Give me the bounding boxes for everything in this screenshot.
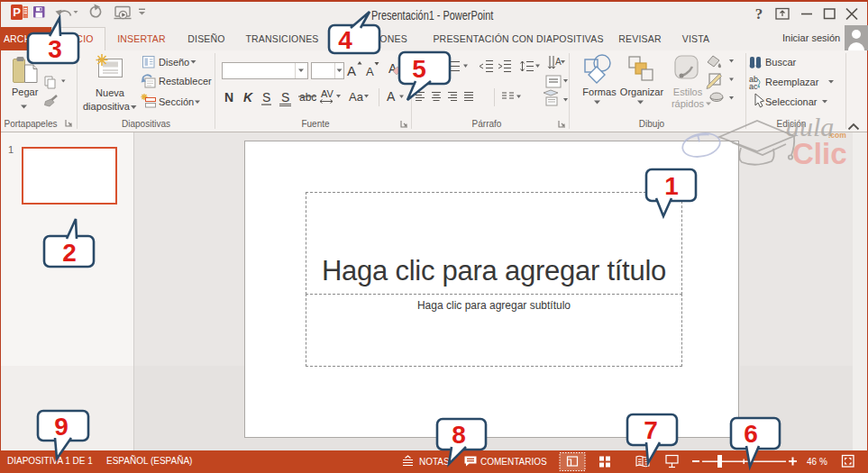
svg-text:Clic: Clic [792,137,847,170]
svg-text:3: 3 [48,35,62,63]
svg-text:8: 8 [452,421,466,449]
svg-text:S: S [262,90,270,105]
svg-text:2: 2 [62,239,77,267]
svg-text:6: 6 [744,420,758,448]
svg-text:S: S [281,90,289,105]
svg-text:abc: abc [299,91,316,104]
svg-text:4: 4 [338,26,352,54]
svg-text:ac: ac [749,82,758,91]
svg-text:A: A [387,89,396,104]
svg-text:K: K [243,90,253,105]
svg-text:?: ? [755,5,763,23]
svg-text:1: 1 [664,172,679,200]
svg-text:A: A [366,65,374,78]
svg-text:Aa: Aa [349,90,364,104]
svg-text:A: A [347,63,356,78]
svg-text:P: P [13,5,21,19]
svg-text:A: A [555,57,562,67]
svg-text:7: 7 [644,416,658,444]
svg-text:5: 5 [412,55,426,83]
svg-text:AV: AV [321,88,334,99]
svg-text:9: 9 [54,413,69,441]
svg-text:N: N [224,90,233,105]
